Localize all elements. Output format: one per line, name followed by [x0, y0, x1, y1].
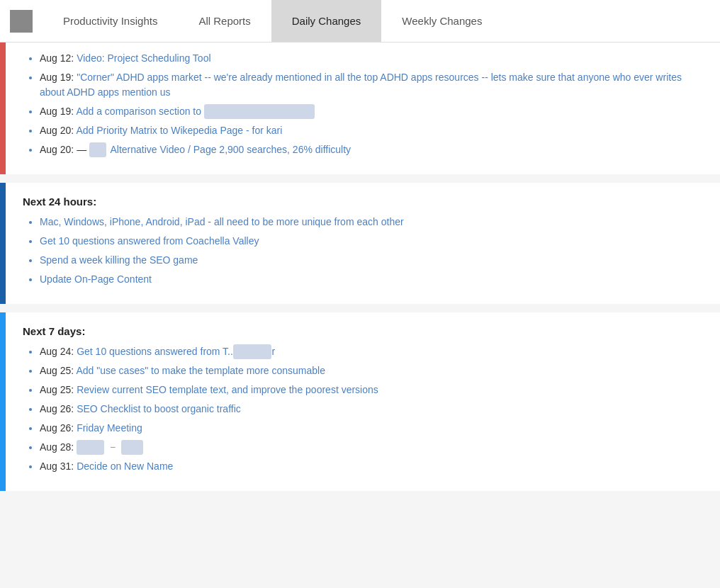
section-title-7d: Next 7 days: — [23, 325, 703, 337]
next-24h-list: Mac, Windows, iPhone, Android, iPad - al… — [23, 215, 703, 287]
list-item: Get 10 questions answered from Coachella… — [40, 234, 703, 249]
section-next-24-hours: Next 24 hours: Mac, Windows, iPhone, And… — [0, 183, 720, 304]
list-item: Aug 25: Review current SEO template text… — [40, 383, 703, 397]
logo — [0, 0, 43, 43]
next-7d-list: Aug 24: Get 10 questions answered from T… — [23, 344, 703, 474]
list-item: Aug 20: — Alternative Video / Page 2,900… — [40, 142, 703, 157]
list-item: Aug 28: − — [40, 440, 703, 455]
section-next-7-days: Next 7 days: Aug 24: Get 10 questions an… — [0, 312, 720, 491]
section-title-24h: Next 24 hours: — [23, 196, 703, 208]
list-item: Aug 20: Add Priority Matrix to Wikepedia… — [40, 123, 703, 138]
content-area: Aug 12: Video: Project Scheduling Tool A… — [0, 43, 720, 491]
section-body-24h: Next 24 hours: Mac, Windows, iPhone, And… — [6, 183, 720, 304]
list-item: Aug 19: "Corner" ADHD apps market -- we'… — [40, 70, 703, 100]
section-bar-blue-light — [0, 312, 6, 491]
tab-daily-changes[interactable]: Daily Changes — [271, 0, 382, 42]
list-item: Aug 19: Add a comparison section to — [40, 104, 703, 119]
section-body-past: Aug 12: Video: Project Scheduling Tool A… — [6, 43, 720, 174]
list-item: Aug 12: Video: Project Scheduling Tool — [40, 51, 703, 66]
past-items-list: Aug 12: Video: Project Scheduling Tool A… — [23, 51, 703, 157]
tab-weekly-changes[interactable]: Weekly Changes — [381, 0, 502, 42]
section-bar-red — [0, 43, 6, 174]
section-past-items: Aug 12: Video: Project Scheduling Tool A… — [0, 43, 720, 174]
header: Productivity Insights All Reports Daily … — [0, 0, 720, 43]
list-item: Mac, Windows, iPhone, Android, iPad - al… — [40, 215, 703, 230]
list-item: Aug 26: Friday Meeting — [40, 421, 703, 436]
list-item: Update On-Page Content — [40, 272, 703, 287]
list-item: Aug 31: Decide on New Name — [40, 459, 703, 474]
tab-all-reports[interactable]: All Reports — [178, 0, 271, 42]
tab-bar: Productivity Insights All Reports Daily … — [43, 0, 502, 42]
section-bar-blue-dark — [0, 183, 6, 304]
list-item: Aug 25: Add "use cases" to make the temp… — [40, 363, 703, 378]
list-item: Aug 26: SEO Checklist to boost organic t… — [40, 402, 703, 417]
list-item: Spend a week killing the SEO game — [40, 253, 703, 268]
section-body-7d: Next 7 days: Aug 24: Get 10 questions an… — [6, 312, 720, 491]
list-item: Aug 24: Get 10 questions answered from T… — [40, 344, 703, 359]
logo-square — [10, 10, 33, 33]
tab-productivity-insights[interactable]: Productivity Insights — [43, 0, 178, 42]
